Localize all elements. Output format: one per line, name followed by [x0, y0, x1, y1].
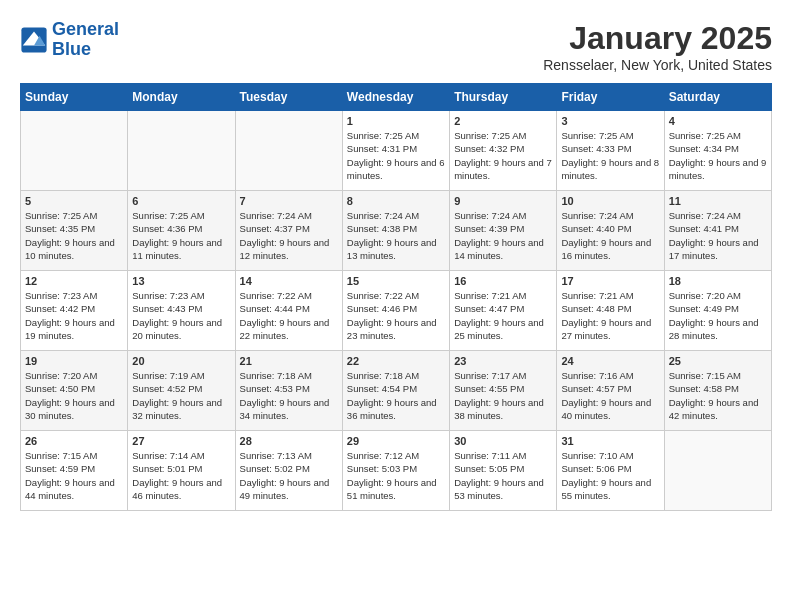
location-title: Rensselaer, New York, United States [543, 57, 772, 73]
calendar-cell: 7 Sunrise: 7:24 AMSunset: 4:37 PMDayligh… [235, 191, 342, 271]
calendar-cell: 21 Sunrise: 7:18 AMSunset: 4:53 PMDaylig… [235, 351, 342, 431]
calendar-cell: 27 Sunrise: 7:14 AMSunset: 5:01 PMDaylig… [128, 431, 235, 511]
day-number: 16 [454, 275, 552, 287]
day-info: Sunrise: 7:25 AMSunset: 4:31 PMDaylight:… [347, 129, 445, 182]
day-number: 4 [669, 115, 767, 127]
day-number: 25 [669, 355, 767, 367]
day-number: 8 [347, 195, 445, 207]
calendar-cell: 29 Sunrise: 7:12 AMSunset: 5:03 PMDaylig… [342, 431, 449, 511]
day-number: 7 [240, 195, 338, 207]
day-info: Sunrise: 7:25 AMSunset: 4:36 PMDaylight:… [132, 209, 230, 262]
day-number: 12 [25, 275, 123, 287]
day-number: 24 [561, 355, 659, 367]
day-info: Sunrise: 7:24 AMSunset: 4:37 PMDaylight:… [240, 209, 338, 262]
month-title: January 2025 [543, 20, 772, 57]
calendar-cell: 5 Sunrise: 7:25 AMSunset: 4:35 PMDayligh… [21, 191, 128, 271]
day-info: Sunrise: 7:14 AMSunset: 5:01 PMDaylight:… [132, 449, 230, 502]
day-number: 29 [347, 435, 445, 447]
day-info: Sunrise: 7:25 AMSunset: 4:33 PMDaylight:… [561, 129, 659, 182]
calendar-cell: 3 Sunrise: 7:25 AMSunset: 4:33 PMDayligh… [557, 111, 664, 191]
calendar-cell: 31 Sunrise: 7:10 AMSunset: 5:06 PMDaylig… [557, 431, 664, 511]
day-number: 28 [240, 435, 338, 447]
day-number: 15 [347, 275, 445, 287]
day-info: Sunrise: 7:24 AMSunset: 4:38 PMDaylight:… [347, 209, 445, 262]
day-info: Sunrise: 7:19 AMSunset: 4:52 PMDaylight:… [132, 369, 230, 422]
calendar-cell: 11 Sunrise: 7:24 AMSunset: 4:41 PMDaylig… [664, 191, 771, 271]
day-number: 26 [25, 435, 123, 447]
day-info: Sunrise: 7:13 AMSunset: 5:02 PMDaylight:… [240, 449, 338, 502]
calendar-cell: 20 Sunrise: 7:19 AMSunset: 4:52 PMDaylig… [128, 351, 235, 431]
column-header-monday: Monday [128, 84, 235, 111]
logo: General Blue [20, 20, 119, 60]
day-number: 9 [454, 195, 552, 207]
day-number: 22 [347, 355, 445, 367]
calendar-cell: 13 Sunrise: 7:23 AMSunset: 4:43 PMDaylig… [128, 271, 235, 351]
day-info: Sunrise: 7:12 AMSunset: 5:03 PMDaylight:… [347, 449, 445, 502]
day-number: 19 [25, 355, 123, 367]
day-info: Sunrise: 7:23 AMSunset: 4:43 PMDaylight:… [132, 289, 230, 342]
day-number: 17 [561, 275, 659, 287]
day-number: 3 [561, 115, 659, 127]
column-header-sunday: Sunday [21, 84, 128, 111]
day-number: 20 [132, 355, 230, 367]
day-number: 14 [240, 275, 338, 287]
day-info: Sunrise: 7:22 AMSunset: 4:44 PMDaylight:… [240, 289, 338, 342]
day-number: 30 [454, 435, 552, 447]
calendar-cell: 2 Sunrise: 7:25 AMSunset: 4:32 PMDayligh… [450, 111, 557, 191]
column-header-thursday: Thursday [450, 84, 557, 111]
week-row-1: 1 Sunrise: 7:25 AMSunset: 4:31 PMDayligh… [21, 111, 772, 191]
day-info: Sunrise: 7:23 AMSunset: 4:42 PMDaylight:… [25, 289, 123, 342]
calendar-cell: 1 Sunrise: 7:25 AMSunset: 4:31 PMDayligh… [342, 111, 449, 191]
week-row-5: 26 Sunrise: 7:15 AMSunset: 4:59 PMDaylig… [21, 431, 772, 511]
week-row-2: 5 Sunrise: 7:25 AMSunset: 4:35 PMDayligh… [21, 191, 772, 271]
column-header-saturday: Saturday [664, 84, 771, 111]
day-info: Sunrise: 7:20 AMSunset: 4:49 PMDaylight:… [669, 289, 767, 342]
calendar-cell: 25 Sunrise: 7:15 AMSunset: 4:58 PMDaylig… [664, 351, 771, 431]
day-number: 27 [132, 435, 230, 447]
calendar-cell: 30 Sunrise: 7:11 AMSunset: 5:05 PMDaylig… [450, 431, 557, 511]
day-info: Sunrise: 7:16 AMSunset: 4:57 PMDaylight:… [561, 369, 659, 422]
title-block: January 2025 Rensselaer, New York, Unite… [543, 20, 772, 73]
calendar-cell: 9 Sunrise: 7:24 AMSunset: 4:39 PMDayligh… [450, 191, 557, 271]
week-row-3: 12 Sunrise: 7:23 AMSunset: 4:42 PMDaylig… [21, 271, 772, 351]
day-info: Sunrise: 7:21 AMSunset: 4:47 PMDaylight:… [454, 289, 552, 342]
calendar-cell: 14 Sunrise: 7:22 AMSunset: 4:44 PMDaylig… [235, 271, 342, 351]
day-info: Sunrise: 7:17 AMSunset: 4:55 PMDaylight:… [454, 369, 552, 422]
calendar-cell: 16 Sunrise: 7:21 AMSunset: 4:47 PMDaylig… [450, 271, 557, 351]
day-info: Sunrise: 7:25 AMSunset: 4:32 PMDaylight:… [454, 129, 552, 182]
calendar-cell [21, 111, 128, 191]
logo-text: General Blue [52, 20, 119, 60]
logo-icon [20, 26, 48, 54]
day-number: 1 [347, 115, 445, 127]
column-header-wednesday: Wednesday [342, 84, 449, 111]
calendar-cell: 15 Sunrise: 7:22 AMSunset: 4:46 PMDaylig… [342, 271, 449, 351]
day-number: 23 [454, 355, 552, 367]
calendar-cell: 10 Sunrise: 7:24 AMSunset: 4:40 PMDaylig… [557, 191, 664, 271]
day-info: Sunrise: 7:24 AMSunset: 4:41 PMDaylight:… [669, 209, 767, 262]
calendar-cell: 17 Sunrise: 7:21 AMSunset: 4:48 PMDaylig… [557, 271, 664, 351]
day-number: 5 [25, 195, 123, 207]
calendar-cell: 12 Sunrise: 7:23 AMSunset: 4:42 PMDaylig… [21, 271, 128, 351]
week-row-4: 19 Sunrise: 7:20 AMSunset: 4:50 PMDaylig… [21, 351, 772, 431]
calendar-table: SundayMondayTuesdayWednesdayThursdayFrid… [20, 83, 772, 511]
calendar-cell: 28 Sunrise: 7:13 AMSunset: 5:02 PMDaylig… [235, 431, 342, 511]
calendar-cell: 8 Sunrise: 7:24 AMSunset: 4:38 PMDayligh… [342, 191, 449, 271]
day-info: Sunrise: 7:20 AMSunset: 4:50 PMDaylight:… [25, 369, 123, 422]
calendar-cell [128, 111, 235, 191]
page-header: General Blue January 2025 Rensselaer, Ne… [20, 20, 772, 73]
day-info: Sunrise: 7:11 AMSunset: 5:05 PMDaylight:… [454, 449, 552, 502]
day-number: 31 [561, 435, 659, 447]
calendar-cell: 26 Sunrise: 7:15 AMSunset: 4:59 PMDaylig… [21, 431, 128, 511]
calendar-cell [235, 111, 342, 191]
day-info: Sunrise: 7:24 AMSunset: 4:40 PMDaylight:… [561, 209, 659, 262]
day-info: Sunrise: 7:15 AMSunset: 4:59 PMDaylight:… [25, 449, 123, 502]
calendar-cell [664, 431, 771, 511]
calendar-cell: 19 Sunrise: 7:20 AMSunset: 4:50 PMDaylig… [21, 351, 128, 431]
column-header-friday: Friday [557, 84, 664, 111]
day-number: 2 [454, 115, 552, 127]
column-header-tuesday: Tuesday [235, 84, 342, 111]
calendar-cell: 23 Sunrise: 7:17 AMSunset: 4:55 PMDaylig… [450, 351, 557, 431]
day-info: Sunrise: 7:25 AMSunset: 4:34 PMDaylight:… [669, 129, 767, 182]
day-number: 21 [240, 355, 338, 367]
header-row: SundayMondayTuesdayWednesdayThursdayFrid… [21, 84, 772, 111]
